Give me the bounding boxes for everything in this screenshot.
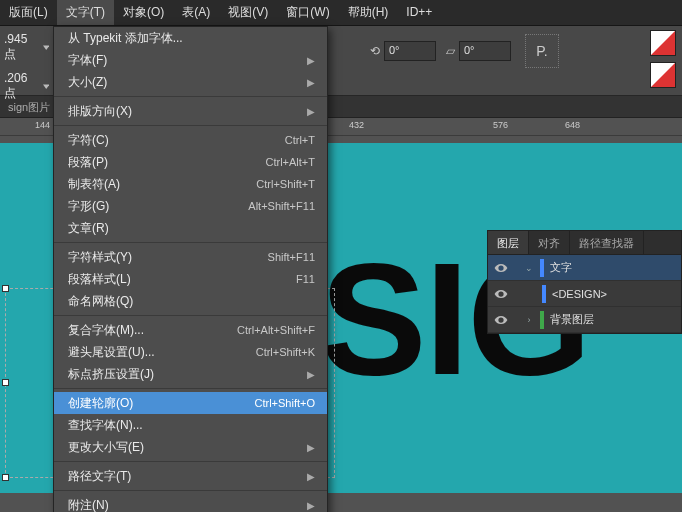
menu-item-label: 创建轮廓(O) <box>68 395 133 412</box>
menu-item[interactable]: 排版方向(X)▶ <box>54 100 327 122</box>
menu-item[interactable]: 字符样式(Y)Shift+F11 <box>54 246 327 268</box>
option-value-1: .945 点 <box>4 32 49 63</box>
menu-item-label: 附注(N) <box>68 497 109 513</box>
submenu-arrow-icon: ▶ <box>307 55 315 66</box>
layer-color-swatch <box>540 259 544 277</box>
selection-handle[interactable] <box>2 379 9 386</box>
layer-row[interactable]: ›背景图层 <box>488 307 681 333</box>
submenu-arrow-icon: ▶ <box>307 500 315 511</box>
menu-item[interactable]: 字符(C)Ctrl+T <box>54 129 327 151</box>
menu-item[interactable]: 查找字体(N)... <box>54 414 327 436</box>
menubar-item[interactable]: 窗口(W) <box>277 0 338 25</box>
menu-shortcut: Ctrl+Shift+T <box>256 178 315 190</box>
menubar-item[interactable]: 表(A) <box>173 0 219 25</box>
menu-item-label: 大小(Z) <box>68 74 107 91</box>
menu-shortcut: Shift+F11 <box>268 251 315 263</box>
menubar-item[interactable]: 文字(T) <box>57 0 114 25</box>
menu-separator <box>54 490 327 491</box>
submenu-arrow-icon: ▶ <box>307 106 315 117</box>
menu-shortcut: Ctrl+Shift+K <box>256 346 315 358</box>
menu-item[interactable]: 文章(R) <box>54 217 327 239</box>
submenu-arrow-icon: ▶ <box>307 442 315 453</box>
menu-shortcut: Ctrl+Alt+T <box>265 156 315 168</box>
menu-item[interactable]: 命名网格(Q) <box>54 290 327 312</box>
shear-icon: ▱ <box>446 44 455 58</box>
menu-item[interactable]: 段落(P)Ctrl+Alt+T <box>54 151 327 173</box>
menu-shortcut: Ctrl+Shift+O <box>254 397 315 409</box>
menu-item[interactable]: 从 Typekit 添加字体... <box>54 27 327 49</box>
layer-name: <DESIGN> <box>552 288 607 300</box>
submenu-arrow-icon: ▶ <box>307 369 315 380</box>
menu-shortcut: Ctrl+Alt+Shift+F <box>237 324 315 336</box>
menu-item[interactable]: 避头尾设置(U)...Ctrl+Shift+K <box>54 341 327 363</box>
menu-item-label: 查找字体(N)... <box>68 417 143 434</box>
rotation-field[interactable]: 0° <box>384 41 436 61</box>
menu-item[interactable]: 复合字体(M)...Ctrl+Alt+Shift+F <box>54 319 327 341</box>
menu-item[interactable]: 附注(N)▶ <box>54 494 327 512</box>
layer-disclosure-icon[interactable]: ⌄ <box>524 263 534 273</box>
menu-item-label: 避头尾设置(U)... <box>68 344 155 361</box>
selection-handle[interactable] <box>2 474 9 481</box>
stroke-swatch[interactable] <box>650 62 676 88</box>
layer-row[interactable]: ⌄文字 <box>488 255 681 281</box>
visibility-eye-icon[interactable] <box>494 313 508 327</box>
menu-separator <box>54 388 327 389</box>
menubar-item[interactable]: 对象(O) <box>114 0 173 25</box>
menu-item-label: 排版方向(X) <box>68 103 132 120</box>
layer-disclosure-icon[interactable]: › <box>524 315 534 325</box>
menubar-item[interactable]: 帮助(H) <box>339 0 398 25</box>
submenu-arrow-icon: ▶ <box>307 471 315 482</box>
menu-item-label: 段落样式(L) <box>68 271 131 288</box>
menu-item[interactable]: 段落样式(L)F11 <box>54 268 327 290</box>
ruler-mark: 648 <box>565 120 580 130</box>
menu-item[interactable]: 制表符(A)Ctrl+Shift+T <box>54 173 327 195</box>
menu-item-label: 从 Typekit 添加字体... <box>68 30 183 47</box>
ruler-mark: 144 <box>35 120 50 130</box>
ruler-mark: 432 <box>349 120 364 130</box>
selection-handle[interactable] <box>2 285 9 292</box>
menu-item[interactable]: 路径文字(T)▶ <box>54 465 327 487</box>
menu-item[interactable]: 标点挤压设置(J)▶ <box>54 363 327 385</box>
menu-separator <box>54 242 327 243</box>
menu-item-label: 段落(P) <box>68 154 108 171</box>
submenu-arrow-icon: ▶ <box>307 77 315 88</box>
layers-panel: 图层对齐路径查找器 ⌄文字<DESIGN>›背景图层 <box>487 230 682 334</box>
layer-color-swatch <box>540 311 544 329</box>
menubar-item[interactable]: 版面(L) <box>0 0 57 25</box>
ruler-mark: 576 <box>493 120 508 130</box>
menu-separator <box>54 315 327 316</box>
visibility-eye-icon[interactable] <box>494 261 508 275</box>
layer-name: 文字 <box>550 260 572 275</box>
layer-name: 背景图层 <box>550 312 594 327</box>
layer-row[interactable]: <DESIGN> <box>488 281 681 307</box>
menu-item-label: 更改大小写(E) <box>68 439 144 456</box>
menubar-item[interactable]: ID++ <box>397 0 441 25</box>
menu-item[interactable]: 更改大小写(E)▶ <box>54 436 327 458</box>
menubar-item[interactable]: 视图(V) <box>219 0 277 25</box>
visibility-eye-icon[interactable] <box>494 287 508 301</box>
document-tab[interactable]: sign图片 <box>2 96 56 118</box>
menu-item-label: 字符样式(Y) <box>68 249 132 266</box>
type-menu-dropdown: 从 Typekit 添加字体...字体(F)▶大小(Z)▶排版方向(X)▶字符(… <box>53 26 328 512</box>
shear-field[interactable]: 0° <box>459 41 511 61</box>
menu-item-label: 制表符(A) <box>68 176 120 193</box>
panel-tab[interactable]: 对齐 <box>529 231 570 254</box>
menu-item[interactable]: 大小(Z)▶ <box>54 71 327 93</box>
menu-separator <box>54 96 327 97</box>
panel-tabs: 图层对齐路径查找器 <box>488 231 681 255</box>
rotate-icon: ⟲ <box>370 44 380 58</box>
menu-item[interactable]: 字体(F)▶ <box>54 49 327 71</box>
panel-tab[interactable]: 图层 <box>488 231 529 254</box>
menu-item[interactable]: 字形(G)Alt+Shift+F11 <box>54 195 327 217</box>
menu-shortcut: F11 <box>296 273 315 285</box>
menu-item-label: 字符(C) <box>68 132 109 149</box>
menu-item-label: 命名网格(Q) <box>68 293 133 310</box>
menu-shortcut: Ctrl+T <box>285 134 315 146</box>
menu-item-label: 复合字体(M)... <box>68 322 144 339</box>
fill-swatch[interactable] <box>650 30 676 56</box>
menu-item-label: 字形(G) <box>68 198 109 215</box>
text-tool-proxy[interactable]: P. <box>525 34 559 68</box>
menu-item[interactable]: 创建轮廓(O)Ctrl+Shift+O <box>54 392 327 414</box>
menu-item-label: 文章(R) <box>68 220 109 237</box>
panel-tab[interactable]: 路径查找器 <box>570 231 644 254</box>
